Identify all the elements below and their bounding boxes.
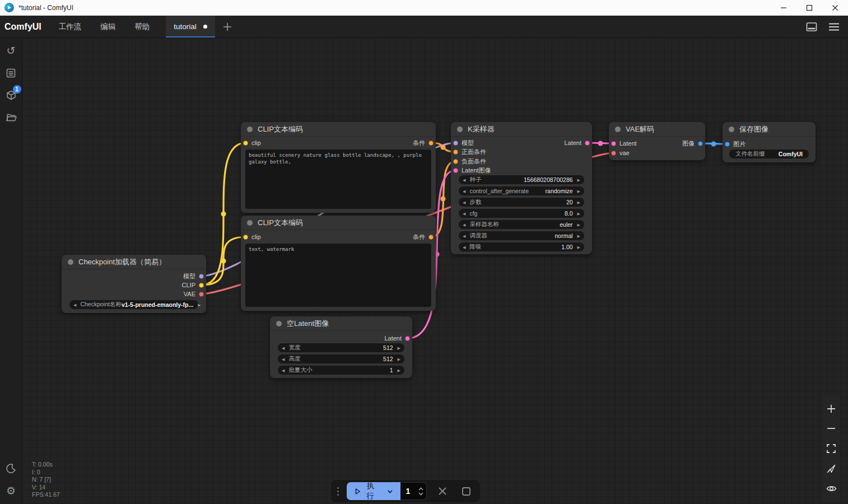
image-input-slot[interactable] [725,142,730,147]
settings-gear-icon[interactable]: ⚙ [0,479,22,502]
prev-arrow-icon[interactable]: ◀ [73,303,76,307]
node-title-bar[interactable]: Checkpoint加载器（简易） [62,255,206,269]
next-arrow-icon[interactable]: ▶ [398,368,400,372]
minimize-button[interactable] [771,0,796,15]
next-arrow-icon[interactable]: ▶ [577,189,580,193]
image-output-slot[interactable] [698,141,703,146]
next-arrow-icon[interactable]: ▶ [577,200,580,204]
workflows-folder-icon[interactable] [0,106,22,129]
prev-arrow-icon[interactable]: ◀ [463,234,465,238]
node-title: CLIP文本编码 [258,218,303,228]
next-arrow-icon[interactable]: ▶ [577,178,580,182]
node-title-bar[interactable]: CLIP文本编码 [241,122,436,137]
node-checkpoint-loader[interactable]: Checkpoint加载器（简易） 模型 CLIP VAE ◀ Checkpoi… [62,255,206,313]
zoom-in-icon[interactable] [823,401,839,417]
new-tab-button[interactable] [215,16,240,38]
batch-count-input[interactable]: 1 [400,482,427,500]
node-title-bar[interactable]: 空Latent图像 [270,316,412,331]
hamburger-menu-icon[interactable] [827,20,841,34]
node-title: 保存图像 [739,124,768,134]
vae-input-slot[interactable] [611,151,616,156]
widget-height[interactable]: ◀ 高度 512 ▶ [278,354,404,363]
toggle-visibility-eye-icon[interactable] [823,480,839,496]
widget-denoise[interactable]: ◀ 降噪 1.00 ▶ [459,242,584,251]
menu-help[interactable]: 帮助 [125,16,159,38]
interrupt-button[interactable] [434,483,451,500]
run-button[interactable]: 执行 [347,482,400,500]
latent-output-slot[interactable] [405,336,410,341]
prev-arrow-icon[interactable]: ◀ [463,200,465,204]
theme-toggle-moon-icon[interactable] [0,457,22,479]
widget-filename-prefix[interactable]: 文件名前缀 ComfyUI [729,150,809,158]
fit-view-icon[interactable] [823,441,839,456]
history-icon[interactable]: ↺ [0,39,22,62]
model-input-slot[interactable] [453,141,458,146]
next-arrow-icon[interactable]: ▶ [577,245,580,249]
node-clip-text-encode-negative[interactable]: CLIP文本编码 clip 条件 text, watermark [241,216,436,311]
positive-input-slot[interactable] [453,150,458,155]
stop-button[interactable] [458,483,474,500]
zoom-out-icon[interactable] [823,421,839,436]
model-output-slot[interactable] [199,274,204,279]
prev-arrow-icon[interactable]: ◀ [282,357,285,361]
latent-input-slot[interactable] [453,168,458,173]
widget-scheduler[interactable]: ◀ 调度器 normal ▶ [459,231,584,240]
clip-output-slot[interactable] [199,283,204,288]
prev-arrow-icon[interactable]: ◀ [282,346,285,350]
next-arrow-icon[interactable]: ▶ [577,212,580,216]
toolbar-drag-handle[interactable] [337,487,339,496]
menu-workflow[interactable]: 工作流 [49,16,91,38]
widget-sampler-name[interactable]: ◀ 采样器名称 euler ▶ [459,220,584,229]
node-title-bar[interactable]: 保存图像 [723,122,816,137]
node-empty-latent-image[interactable]: 空Latent图像 Latent ◀ 宽度 512 ▶ ◀ 高度 512 ▶ ◀… [270,316,412,378]
prev-arrow-icon[interactable]: ◀ [463,212,465,216]
widget-seed[interactable]: ◀ 种子 156680208700286 ▶ [459,175,584,184]
tab-tutorial[interactable]: tutorial [166,16,215,38]
node-title-bar[interactable]: VAE解码 [609,122,705,137]
queue-icon[interactable] [0,62,22,84]
increment-icon[interactable] [418,487,423,491]
decrement-icon[interactable] [418,492,423,496]
prev-arrow-icon[interactable]: ◀ [463,189,465,193]
run-options-chevron-icon[interactable] [386,488,394,495]
node-title-bar[interactable]: CLIP文本编码 [241,216,436,230]
clip-input-slot[interactable] [243,235,248,240]
comfyui-logo[interactable]: ComfyUI [0,16,49,38]
prev-arrow-icon[interactable]: ◀ [463,245,465,249]
widget-width[interactable]: ◀ 宽度 512 ▶ [278,343,404,352]
select-mode-icon[interactable] [823,461,839,477]
menu-edit[interactable]: 编辑 [91,16,125,38]
prev-arrow-icon[interactable]: ◀ [463,223,465,227]
widget-checkpoint-name[interactable]: ◀ Checkpoint名称 v1-5-pruned-emaonly-fp...… [69,300,198,309]
prompt-text-area[interactable]: beautiful scenery nature glass bottle la… [245,150,431,209]
negative-input-slot[interactable] [453,159,458,164]
latent-input-slot[interactable] [611,141,616,146]
widget-batch-size[interactable]: ◀ 批量大小 1 ▶ [278,366,404,375]
node-save-image[interactable]: 保存图像 图片 文件名前缀 ComfyUI [723,122,816,162]
node-clip-text-encode-positive[interactable]: CLIP文本编码 clip 条件 beautiful scenery natur… [241,122,436,213]
next-arrow-icon[interactable]: ▶ [398,357,400,361]
prev-arrow-icon[interactable]: ◀ [282,368,285,372]
next-arrow-icon[interactable]: ▶ [198,303,201,307]
next-arrow-icon[interactable]: ▶ [577,223,580,227]
next-arrow-icon[interactable]: ▶ [577,234,580,238]
prompt-text-area[interactable]: text, watermark [245,244,431,307]
node-title-bar[interactable]: K采样器 [451,122,592,137]
maximize-button[interactable] [796,0,822,15]
node-ksampler[interactable]: K采样器 模型 正面条件 负面条件 Latent图像 Latent ◀ 种子 1… [451,122,592,254]
widget-control-after-generate[interactable]: ◀ control_after_generate randomize ▶ [459,186,584,195]
node-vae-decode[interactable]: VAE解码 Latent vae 图像 [609,122,705,160]
conditioning-output-slot[interactable] [428,141,434,146]
latent-output-slot[interactable] [585,141,590,146]
vae-output-slot[interactable] [199,292,204,297]
conditioning-output-slot[interactable] [428,235,434,240]
model-library-icon[interactable]: 1 [0,84,22,106]
bottom-panel-toggle-icon[interactable] [804,20,819,34]
clip-input-slot[interactable] [243,141,248,146]
close-button[interactable] [822,0,848,15]
prev-arrow-icon[interactable]: ◀ [463,178,465,182]
canvas-controls [822,395,840,502]
widget-steps[interactable]: ◀ 步数 20 ▶ [459,198,584,207]
next-arrow-icon[interactable]: ▶ [398,346,400,350]
widget-cfg[interactable]: ◀ cfg 8.0 ▶ [459,209,584,218]
